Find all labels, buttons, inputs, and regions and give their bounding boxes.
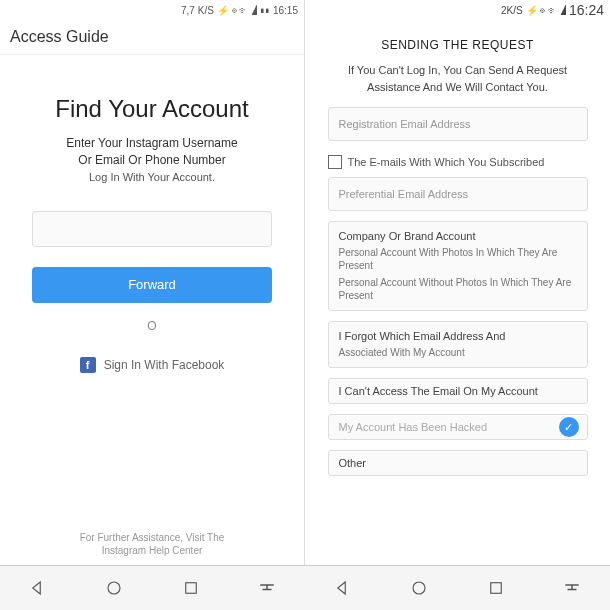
subscribed-checkbox-row[interactable]: The E-mails With Which You Subscribed <box>328 155 588 169</box>
facebook-signin[interactable]: f Sign In With Facebook <box>80 357 225 373</box>
status-bar: 2K/S ⚡ ◎ ᯤ ◢ 16:24 <box>305 0 610 20</box>
svg-rect-1 <box>185 583 196 594</box>
home-button[interactable] <box>103 577 125 599</box>
right-screen: 2K/S ⚡ ◎ ᯤ ◢ 16:24 SENDING THE REQUEST I… <box>305 0 610 565</box>
option-other[interactable]: Other <box>328 450 588 476</box>
username-input[interactable] <box>32 211 272 247</box>
back-button[interactable] <box>332 577 354 599</box>
menu-button[interactable] <box>256 577 278 599</box>
divider-or: O <box>147 319 156 333</box>
facebook-icon: f <box>80 357 96 373</box>
status-time: 16:24 <box>569 2 604 18</box>
menu-button[interactable] <box>561 577 583 599</box>
svg-point-0 <box>108 582 120 594</box>
forward-button[interactable]: Forward <box>32 267 272 303</box>
status-icons: ⚡ ◎ ᯤ ◢ ▮▮ <box>217 5 270 16</box>
left-screen: 7,7 K/S ⚡ ◎ ᯤ ◢ ▮▮ 16:15 Access Guide Fi… <box>0 0 305 565</box>
svg-rect-3 <box>490 583 501 594</box>
recent-button[interactable] <box>485 577 507 599</box>
checkbox-label: The E-mails With Which You Subscribed <box>348 156 545 168</box>
check-icon: ✓ <box>559 417 579 437</box>
status-time: 16:15 <box>273 5 298 16</box>
net-speed: 2K/S <box>501 5 523 16</box>
status-bar: 7,7 K/S ⚡ ◎ ᯤ ◢ ▮▮ 16:15 <box>0 0 304 20</box>
svg-point-2 <box>413 582 425 594</box>
back-button[interactable] <box>27 577 49 599</box>
option-hacked[interactable]: My Account Has Been Hacked ✓ <box>328 414 588 440</box>
registration-email-field[interactable]: Registration Email Address <box>328 107 588 141</box>
preferential-email-field[interactable]: Preferential Email Address <box>328 177 588 211</box>
facebook-text: Sign In With Facebook <box>104 358 225 372</box>
subtext: Log In With Your Account. <box>89 171 215 183</box>
recent-button[interactable] <box>180 577 202 599</box>
option-forgot-email[interactable]: I Forgot Which Email Address And Associa… <box>328 321 588 368</box>
help-center-link[interactable]: Instagram Help Center <box>102 545 203 556</box>
status-icons: ⚡ ◎ ᯤ ◢ <box>526 5 566 16</box>
request-subtitle: If You Can't Log In, You Can Send A Requ… <box>325 62 590 95</box>
find-account-title: Find Your Account <box>55 95 248 123</box>
option-company[interactable]: Company Or Brand Account Personal Accoun… <box>328 221 588 311</box>
navigation-bar <box>0 565 610 610</box>
subtitle: Enter Your Instagram Username Or Email O… <box>66 135 237 169</box>
home-button[interactable] <box>408 577 430 599</box>
net-speed: 7,7 K/S <box>181 5 214 16</box>
access-guide-header: Access Guide <box>0 20 304 55</box>
sending-request-title: SENDING THE REQUEST <box>381 38 534 52</box>
option-no-access[interactable]: I Can't Access The Email On My Account <box>328 378 588 404</box>
checkbox-icon[interactable] <box>328 155 342 169</box>
footer-help: For Further Assistance, Visit The Instag… <box>0 531 304 557</box>
